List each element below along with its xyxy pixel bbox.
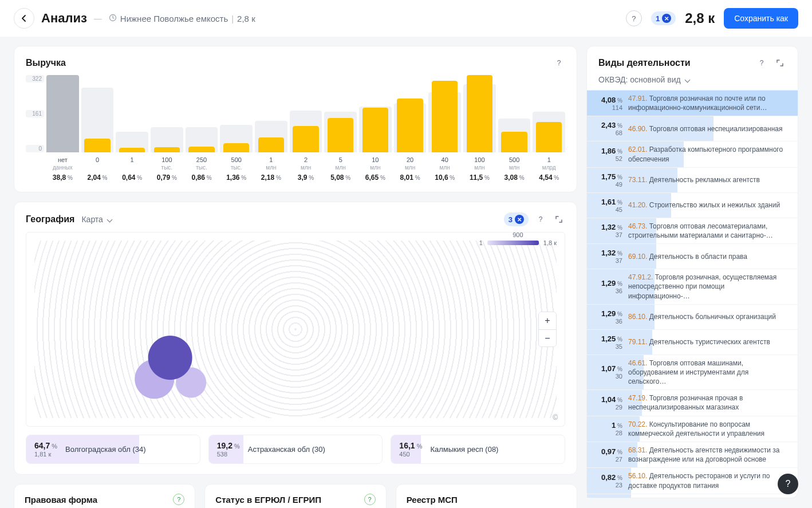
activity-row[interactable]: 4,08 %11447.91. Торговля розничная по по… bbox=[587, 90, 798, 116]
activity-row[interactable]: 0,97 %2768.31. Деятельность агентств нед… bbox=[587, 442, 798, 467]
chart-bar[interactable] bbox=[359, 75, 392, 152]
chart-bar[interactable] bbox=[255, 75, 287, 152]
activity-row[interactable]: 2,43 %6846.90. Торговля оптовая неспециа… bbox=[587, 116, 798, 141]
activity-row[interactable]: 1,61 %4541.20. Строительство жилых и неж… bbox=[587, 192, 798, 218]
help-button[interactable]: ? bbox=[626, 10, 642, 26]
activity-row[interactable]: 0,82 %2356.10. Деятельность ресторанов и… bbox=[587, 467, 798, 493]
chart-pct-label: 2,04 % bbox=[81, 174, 114, 182]
chart-x-label: 500тыс. bbox=[220, 156, 253, 171]
chart-bar[interactable] bbox=[220, 75, 253, 152]
map-canvas[interactable]: 1 900 1,8 к + − © bbox=[26, 232, 565, 427]
chart-x-label: 100млн bbox=[463, 156, 496, 171]
revenue-help-icon[interactable]: ? bbox=[553, 57, 565, 69]
back-button[interactable] bbox=[14, 8, 34, 29]
chart-bar[interactable] bbox=[116, 75, 148, 152]
total-count: 2,8 к bbox=[685, 10, 715, 26]
msp-card[interactable]: Реестр МСП bbox=[396, 484, 577, 508]
chart-bar[interactable] bbox=[186, 75, 218, 152]
map-silhouette bbox=[34, 241, 557, 418]
legend-min: 1 bbox=[479, 239, 483, 246]
activity-row[interactable]: 1,32 %3769.10. Деятельность в области пр… bbox=[587, 243, 798, 269]
geography-pill[interactable]: 16,1 %450Калмыкия респ (08) bbox=[391, 435, 565, 464]
chart-pct-label: 8,01 % bbox=[394, 174, 427, 182]
chart-bar[interactable] bbox=[324, 75, 357, 152]
header-right: ? 1 ✕ 2,8 к Сохранить как bbox=[626, 8, 798, 29]
map-zoom-in[interactable]: + bbox=[539, 312, 556, 329]
page-title: Анализ bbox=[41, 11, 87, 26]
chart-pct-label: 38,8 % bbox=[46, 174, 79, 182]
breadcrumb-count: 2,8 к bbox=[237, 14, 255, 23]
chart-bar[interactable] bbox=[394, 75, 427, 152]
chart-pct-label: 0,86 % bbox=[186, 174, 218, 182]
chart-bar[interactable] bbox=[463, 75, 496, 152]
chart-pct-label: 3,9 % bbox=[290, 174, 322, 182]
activity-row[interactable]: 1,25 %3579.11. Деятельность туристически… bbox=[587, 329, 798, 355]
activity-row[interactable]: 1,04 %2947.19. Торговля розничная прочая… bbox=[587, 389, 798, 415]
chart-pct-label: 0,64 % bbox=[116, 174, 148, 182]
legal-form-card[interactable]: Правовая форма ? bbox=[14, 484, 195, 508]
breadcrumb-separator: — bbox=[94, 14, 102, 23]
y-tick: 0 bbox=[26, 145, 44, 152]
chart-pct-label: 11,5 % bbox=[463, 174, 496, 182]
activities-list: 4,08 %11447.91. Торговля розничная по по… bbox=[587, 90, 798, 498]
geography-help-icon[interactable]: ? bbox=[534, 213, 547, 226]
expand-icon[interactable] bbox=[774, 57, 786, 69]
header-filter-chip[interactable]: 1 ✕ bbox=[651, 11, 676, 25]
chart-pct-label: 6,65 % bbox=[359, 174, 392, 182]
chart-bar[interactable] bbox=[428, 75, 461, 152]
chart-x-label: 20млн bbox=[394, 156, 427, 171]
activity-row[interactable]: 1 %2870.22. Консультирование по вопросам… bbox=[587, 416, 798, 442]
right-column: Виды деятельности ? ОКВЭД: основной вид … bbox=[586, 46, 798, 498]
revenue-title: Выручка bbox=[26, 58, 66, 68]
filter-chip-clear-icon[interactable]: ✕ bbox=[515, 215, 524, 224]
filter-chip-clear-icon[interactable]: ✕ bbox=[662, 14, 671, 23]
y-tick: 322 bbox=[26, 75, 44, 82]
geography-pill[interactable]: 64,7 %1,81 кВолгоградская обл (34) bbox=[26, 435, 200, 464]
map-zoom-out[interactable]: − bbox=[539, 329, 556, 346]
activity-row[interactable]: 1,07 %3046.61. Торговля оптовая машинами… bbox=[587, 355, 798, 390]
geography-card: География Карта 3 ✕ ? bbox=[14, 202, 577, 475]
chart-pct-label: 2,18 % bbox=[255, 174, 287, 182]
main-content: Выручка ? 322 161 0 нетданных01100тыс.25… bbox=[0, 37, 812, 508]
geography-filter-chip[interactable]: 3 ✕ bbox=[504, 212, 529, 226]
chart-x-label: 40млн bbox=[428, 156, 461, 171]
chart-y-axis: 322 161 0 bbox=[26, 75, 44, 152]
geography-title: География bbox=[26, 214, 74, 225]
chart-bar[interactable] bbox=[151, 75, 183, 152]
status-card[interactable]: Статус в ЕГРЮЛ / ЕГРИП ? bbox=[204, 484, 386, 508]
activity-row[interactable]: 1,29 %3647.91.2. Торговля розничная, осу… bbox=[587, 269, 798, 304]
chart-bar[interactable] bbox=[81, 75, 114, 152]
geography-pills: 64,7 %1,81 кВолгоградская обл (34)19,2 %… bbox=[26, 435, 565, 464]
geography-mode-select[interactable]: Карта bbox=[81, 215, 111, 224]
chart-bar[interactable] bbox=[498, 75, 531, 152]
chart-x-label: 0 bbox=[81, 156, 114, 171]
geography-pill[interactable]: 19,2 %538Астраханская обл (30) bbox=[208, 435, 383, 464]
chart-x-label: 1 bbox=[116, 156, 148, 171]
legal-form-help-icon[interactable]: ? bbox=[173, 494, 184, 505]
activity-row[interactable]: 1,75 %4973.11. Деятельность рекламных аг… bbox=[587, 167, 798, 192]
activity-row[interactable]: 1,86 %5262.01. Разработка компьютерного … bbox=[587, 141, 798, 167]
activity-row[interactable]: 1,29 %3686.10. Деятельность больничных о… bbox=[587, 304, 798, 329]
chart-bar[interactable] bbox=[290, 75, 322, 152]
chart-x-label: 5млн bbox=[324, 156, 357, 171]
chart-bar[interactable] bbox=[46, 75, 79, 152]
activity-row[interactable]: 0,82 %2362.09. Деятельность, связанная с… bbox=[587, 494, 798, 498]
activities-help-icon[interactable]: ? bbox=[755, 57, 768, 69]
activities-mode-select[interactable]: ОКВЭД: основной вид bbox=[598, 75, 786, 84]
map-zoom-controls: + − bbox=[538, 312, 557, 347]
save-as-button[interactable]: Сохранить как bbox=[724, 8, 798, 29]
chart-x-label: 1млн bbox=[255, 156, 287, 171]
revenue-chart[interactable]: 322 161 0 bbox=[26, 75, 565, 152]
chart-x-label: 250тыс. bbox=[186, 156, 218, 171]
chart-x-label: 10млн bbox=[359, 156, 392, 171]
activity-row[interactable]: 1,32 %3746.73. Торговля оптовая лесомате… bbox=[587, 218, 798, 243]
breadcrumb[interactable]: Нижнее Поволжье емкость | 2,8 к bbox=[109, 14, 255, 23]
revenue-card: Выручка ? 322 161 0 нетданных01100тыс.25… bbox=[14, 46, 577, 192]
mini-cards-row: Правовая форма ? Статус в ЕГРЮЛ / ЕГРИП … bbox=[14, 484, 577, 508]
chart-x-label: 2млн bbox=[290, 156, 322, 171]
legal-form-title: Правовая форма bbox=[25, 495, 97, 505]
expand-icon[interactable] bbox=[553, 213, 565, 226]
status-help-icon[interactable]: ? bbox=[364, 494, 376, 505]
history-icon bbox=[109, 14, 117, 23]
chart-bar[interactable] bbox=[533, 75, 565, 152]
